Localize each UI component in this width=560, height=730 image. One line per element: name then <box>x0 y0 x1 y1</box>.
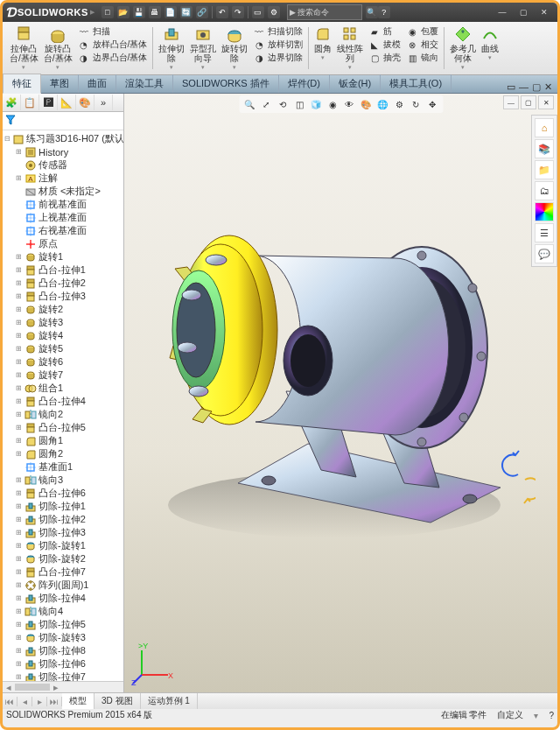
custom-props-icon[interactable]: ☰ <box>535 223 554 242</box>
vp-restore-button[interactable]: ▢ <box>521 95 536 109</box>
tree-node[interactable]: ⊞圆角2 <box>3 447 123 460</box>
rotate-icon[interactable]: ↻ <box>409 97 423 111</box>
mdi-maximize-icon[interactable]: ▢ <box>532 81 541 93</box>
tree-node[interactable]: ⊞凸台-拉伸1 <box>3 263 123 277</box>
tree-node[interactable]: ⊞切除-拉伸7 <box>3 670 123 681</box>
property-tab[interactable]: 📋 <box>21 95 39 110</box>
more-tab[interactable]: » <box>94 95 113 110</box>
cut-sweep-button[interactable]: 〰扫描切除 <box>253 25 303 38</box>
tree-node[interactable]: ⊞旋转1 <box>3 250 123 263</box>
scene-icon[interactable]: 🌐 <box>375 97 389 111</box>
tree-node[interactable]: ⊞切除-拉伸3 <box>3 526 123 539</box>
tree-node[interactable]: ⊞凸台-拉伸4 <box>3 395 123 408</box>
print-icon[interactable]: 🖶 <box>149 6 161 18</box>
tab-render[interactable]: 渲染工具 <box>116 74 173 93</box>
first-button[interactable]: ⏮ <box>3 697 18 706</box>
tree-node[interactable]: 原点 <box>3 237 123 250</box>
tree-node[interactable]: ⊞凸台-拉伸3 <box>3 290 123 303</box>
tree-node[interactable]: ⊞镜向4 <box>3 605 123 618</box>
tree-node[interactable]: ⊞切除-旋转1 <box>3 539 123 552</box>
sweep-button[interactable]: 〰扫描 <box>78 25 110 38</box>
command-search[interactable]: ▶ 搜索命令 <box>287 4 362 20</box>
ref-geometry-button[interactable]: * 参考几 何体 ▾ <box>448 25 478 71</box>
tab-moldtools[interactable]: 模具工具(O) <box>381 74 452 93</box>
prev-button[interactable]: ◂ <box>18 697 32 706</box>
view-settings-icon[interactable]: ⚙ <box>392 97 406 111</box>
tree-node[interactable]: ⊞切除-拉伸8 <box>3 644 123 657</box>
section-view-icon[interactable]: ◫ <box>292 97 306 111</box>
view-palette-icon[interactable]: 🗂 <box>535 181 554 200</box>
tab-addins[interactable]: SOLIDWORKS 插件 <box>173 74 279 93</box>
cut-loft-button[interactable]: ◔放样切割 <box>253 39 303 51</box>
rib-button[interactable]: ▰筋 <box>368 25 392 38</box>
cut-revolve-button[interactable]: 旋转切 除 ▾ <box>220 25 249 71</box>
tree-node[interactable]: ⊞圆角1 <box>3 434 123 447</box>
tree-node[interactable]: ⊞镜向3 <box>3 474 123 487</box>
maximize-button[interactable]: ▢ <box>514 5 533 19</box>
tree-node[interactable]: 前视基准面 <box>3 198 123 211</box>
config-tab[interactable]: 🅿 <box>39 95 58 110</box>
mdi-restore-icon[interactable]: — <box>519 81 528 93</box>
file-explorer-icon[interactable]: 📁 <box>535 160 554 179</box>
tree-node[interactable]: ⊞旋转4 <box>3 329 123 342</box>
draft-button[interactable]: ◣拔模 <box>368 39 401 51</box>
refresh-icon[interactable]: 🔄 <box>180 6 192 18</box>
forum-icon[interactable]: 💬 <box>535 244 554 263</box>
tree-node[interactable]: ⊞旋转6 <box>3 355 123 369</box>
mdi-minimize-icon[interactable]: ▭ <box>507 81 515 93</box>
options-icon[interactable]: ⚙ <box>268 6 280 18</box>
graphics-viewport[interactable]: 🔍 ⤢ ⟲ ◫ 🧊 ◉ 👁 🎨 🌐 ⚙ ↻ ✥ — ▢ ✕ ⌂ 📚 <box>124 94 557 692</box>
display-style-icon[interactable]: ◉ <box>326 97 340 111</box>
tree-node[interactable]: ⊟练习题3D16-H07 (默认 <box>3 132 123 145</box>
new-icon[interactable]: □ <box>102 6 114 18</box>
tab-surface[interactable]: 曲面 <box>79 74 116 93</box>
last-button[interactable]: ⏭ <box>47 697 62 706</box>
tree-node[interactable]: ⊞History <box>3 145 123 158</box>
revolve-boss-button[interactable]: 旋转凸 台/基体 ▾ <box>42 25 74 71</box>
cut-boundary-button[interactable]: ◑边界切除 <box>253 52 303 64</box>
tree-node[interactable]: 传感器 <box>3 158 123 172</box>
status-help-icon[interactable]: ? <box>549 711 554 720</box>
vp-close-button[interactable]: ✕ <box>538 95 554 109</box>
intersect-button[interactable]: ⊗相交 <box>406 39 438 51</box>
design-library-icon[interactable]: 📚 <box>535 139 554 158</box>
select-icon[interactable]: ▭ <box>252 6 264 18</box>
tree-node[interactable]: ⊞切除-拉伸4 <box>3 592 123 605</box>
render-tab[interactable]: 🎨 <box>76 95 94 110</box>
close-button[interactable]: ✕ <box>535 5 554 19</box>
tree-node[interactable]: ⊞A注解 <box>3 172 123 185</box>
tree-node[interactable]: 基准面1 <box>3 460 123 474</box>
tree-node[interactable]: ⊞凸台-拉伸7 <box>3 565 123 579</box>
undo-icon[interactable]: ↶ <box>216 6 228 18</box>
sw-resources-icon[interactable]: ⌂ <box>535 118 554 137</box>
prev-view-icon[interactable]: ⟲ <box>276 97 290 111</box>
panel-hscroll[interactable]: ◂ ▸ <box>3 681 123 692</box>
tree-node[interactable]: ⊞凸台-拉伸2 <box>3 277 123 290</box>
feature-tree-tab[interactable]: 🧩 <box>3 95 21 110</box>
tree-node[interactable]: ⊞组合1 <box>3 382 123 395</box>
tree-node[interactable]: ⊞切除-旋转3 <box>3 631 123 644</box>
tab-weldments[interactable]: 焊件(D) <box>279 74 330 93</box>
curves-button[interactable]: 曲线 ▾ <box>480 25 500 71</box>
dim-tab[interactable]: 📐 <box>58 95 76 110</box>
tab-features[interactable]: 特征 <box>3 74 41 94</box>
feature-tree[interactable]: ⊟练习题3D16-H07 (默认⊞History传感器⊞A注解材质 <未指定>前… <box>3 130 123 681</box>
tree-node[interactable]: 材质 <未指定> <box>3 185 123 198</box>
tree-node[interactable]: ⊞切除-拉伸2 <box>3 513 123 526</box>
wrap-button[interactable]: ◉包覆 <box>406 25 438 38</box>
next-button[interactable]: ▸ <box>32 697 47 706</box>
tab-sketch[interactable]: 草图 <box>41 74 79 93</box>
zoom-area-icon[interactable]: ⤢ <box>259 97 273 111</box>
mirror-button[interactable]: ▥镜向 <box>406 52 438 64</box>
redo-icon[interactable]: ↷ <box>232 6 244 18</box>
tree-node[interactable]: ⊞旋转5 <box>3 342 123 355</box>
status-custom[interactable]: 自定义 <box>497 709 523 721</box>
pan-icon[interactable]: ✥ <box>425 97 439 111</box>
cut-extrude-button[interactable]: 拉伸切 除 ▾ <box>157 25 186 71</box>
tree-node[interactable]: ⊞旋转2 <box>3 303 123 316</box>
appearance-icon[interactable]: 🎨 <box>359 97 373 111</box>
dropdown-icon[interactable]: ▶ <box>90 9 94 16</box>
tree-node[interactable]: ⊞切除-拉伸1 <box>3 500 123 513</box>
minimize-button[interactable]: — <box>493 5 512 19</box>
mdi-close-icon[interactable]: ✕ <box>544 81 552 93</box>
